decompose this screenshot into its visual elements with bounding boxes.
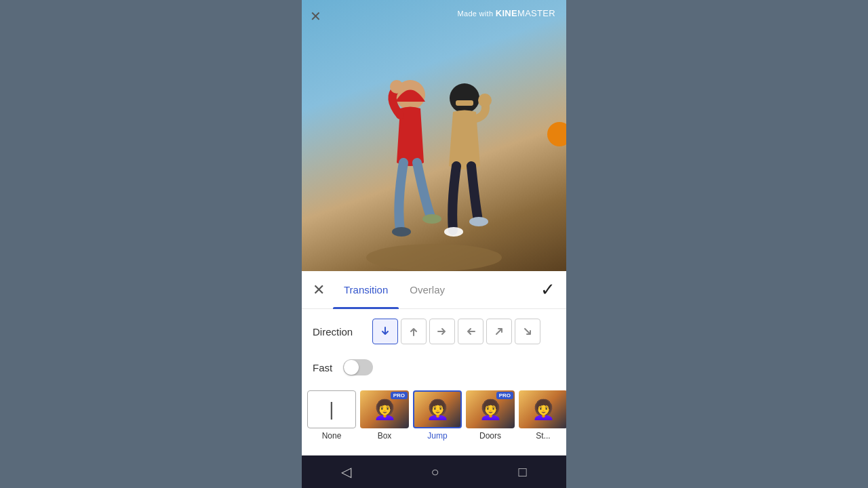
watermark: Made with KINEMASTER [458,8,555,18]
toggle-thumb [344,360,359,375]
transition-jump-item[interactable]: 👩‍🦱 Jump [413,390,462,441]
transition-jump-thumb: 👩‍🦱 [413,390,462,428]
transition-stairs-label: St... [536,431,550,441]
pro-badge-box: PRO [391,392,408,399]
top-close-area: ✕ [310,8,321,24]
orange-handle-button[interactable] [547,122,566,146]
svg-point-5 [450,83,479,113]
direction-diag-up-right-button[interactable] [486,319,512,344]
transition-none-item[interactable]: | None [307,390,356,441]
nav-recent-button[interactable]: □ [505,459,540,485]
transition-doors-thumb: PRO 👩‍🦱 [466,390,515,428]
watermark-master: MASTER [517,8,555,18]
svg-point-2 [390,80,403,94]
svg-point-3 [392,227,411,237]
fast-label: Fast [313,362,332,373]
panel-close-button[interactable]: ✕ [313,281,325,299]
direction-label: Direction [313,326,367,338]
svg-rect-6 [456,100,473,106]
watermark-kine: KINE [496,8,517,18]
tab-transition[interactable]: Transition [333,271,399,309]
direction-right-button[interactable] [429,319,455,344]
svg-point-0 [366,244,502,271]
nav-back-button[interactable]: ◁ [328,458,365,485]
tabs-row: ✕ Transition Overlay ✓ [302,271,566,309]
people-figure [359,41,509,271]
transition-box-thumb: PRO 👩‍🦱 [360,390,409,428]
fast-row: Fast [302,354,566,385]
nav-bar: ◁ ○ □ [302,455,566,488]
direction-up-button[interactable] [401,319,427,344]
svg-point-8 [444,227,463,237]
direction-diag-down-right-button[interactable] [515,319,540,344]
svg-point-9 [469,217,488,226]
watermark-made-with: Made with [458,9,494,18]
video-close-button[interactable]: ✕ [310,8,321,24]
transition-stairs-item[interactable]: 👩‍🦱 St... [519,390,566,441]
pro-badge-doors: PRO [496,392,513,399]
video-preview: ✕ Made with KINEMASTER [302,0,566,271]
transition-panel: ✕ Transition Overlay ✓ Direction [302,271,566,455]
confirm-button[interactable]: ✓ [540,279,555,300]
transition-box-label: Box [378,431,392,441]
svg-point-4 [422,214,441,224]
transition-none-label: None [322,431,342,441]
transition-box-item[interactable]: PRO 👩‍🦱 Box [360,390,409,441]
transition-stairs-thumb: 👩‍🦱 [519,390,566,428]
transition-doors-item[interactable]: PRO 👩‍🦱 Doors [466,390,515,441]
svg-point-7 [478,94,492,107]
transition-none-thumb: | [307,390,356,428]
nav-home-button[interactable]: ○ [417,459,452,485]
direction-left-button[interactable] [458,319,484,344]
transition-jump-label: Jump [427,431,447,441]
transition-doors-label: Doors [479,431,501,441]
direction-buttons [372,319,540,344]
thumbnails-row: | None PRO 👩‍🦱 Box 👩‍🦱 Jump [302,385,566,446]
app-container: ✕ Made with KINEMASTER [302,0,566,488]
fast-toggle[interactable] [343,359,373,375]
direction-down-button[interactable] [372,319,398,344]
direction-row: Direction [302,309,566,354]
tab-overlay[interactable]: Overlay [399,271,456,309]
